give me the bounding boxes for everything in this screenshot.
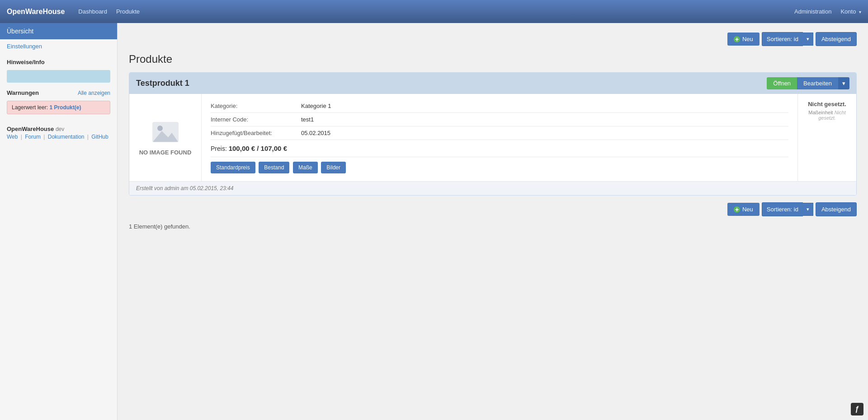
symfony-icon: ƒ xyxy=(851,403,863,415)
no-image-text: NO IMAGE FOUND xyxy=(139,149,192,157)
nav-produkte[interactable]: Produkte xyxy=(116,8,140,15)
masseinheit-label: Maßeinheit Nicht gesetzt. xyxy=(805,110,849,121)
kategorie-label: Kategorie: xyxy=(211,103,301,109)
sort-dropdown-button-bottom[interactable]: ▾ xyxy=(803,203,813,216)
toolbar-bottom: + Neu Sortieren: id ▾ Absteigend xyxy=(129,202,857,216)
hinzugefuegt-label: Hinzugefügt/Bearbeitet: xyxy=(211,130,301,136)
warning-lagerwert: Lagerwert leer: 1 Produkt(e) xyxy=(7,101,110,114)
kategorie-value: Kategorie 1 xyxy=(301,103,331,109)
open-button[interactable]: Öffnen xyxy=(767,77,797,89)
main-nav-links: Dashboard Produkte xyxy=(78,8,140,15)
product-title: Testprodukt 1 xyxy=(136,79,189,88)
app-brand: OpenWareHouse xyxy=(7,8,65,16)
sidebar-warnings-title: Warnungen xyxy=(7,89,39,96)
page-title: Produkte xyxy=(129,53,857,65)
sort-order-button-bottom[interactable]: Absteigend xyxy=(816,202,857,216)
sidebar-show-all-link[interactable]: Alle anzeigen xyxy=(78,90,110,96)
product-details: Kategorie: Kategorie 1 Interner Code: te… xyxy=(202,94,797,181)
sidebar-app-name: OpenWareHouse dev xyxy=(7,126,110,132)
main-content: + Neu Sortieren: id ▾ Absteigend Produkt… xyxy=(118,23,868,420)
sidebar-item-einstellungen[interactable]: Einstellungen xyxy=(0,39,117,53)
new-button[interactable]: + Neu xyxy=(727,33,760,46)
nav-dashboard[interactable]: Dashboard xyxy=(78,8,107,15)
hinzugefuegt-value: 05.02.2015 xyxy=(301,130,330,136)
price-value: 100,00 € / 107,00 € xyxy=(229,145,287,152)
plus-icon: + xyxy=(734,36,740,42)
top-navigation: OpenWareHouse Dashboard Produkte Adminis… xyxy=(0,0,868,23)
no-image-icon xyxy=(150,118,181,145)
nav-administration[interactable]: Administration xyxy=(794,8,831,15)
sort-label-bottom: Sortieren: id xyxy=(762,202,803,216)
sidebar-footer: OpenWareHouse dev Web | Forum | Dokument… xyxy=(0,117,117,140)
footer-link-forum[interactable]: Forum xyxy=(25,134,41,140)
tab-standardpreis[interactable]: Standardpreis xyxy=(211,162,255,173)
price-row: Preis: 100,00 € / 107,00 € xyxy=(211,140,788,157)
sort-label: Sortieren: id xyxy=(762,32,803,46)
sidebar-hints-title: Hinweise/Info xyxy=(0,53,117,68)
new-button-bottom[interactable]: + Neu xyxy=(727,203,760,216)
sidebar-warnings-header: Warnungen Alle anzeigen xyxy=(0,85,117,98)
tab-masse[interactable]: Maße xyxy=(293,162,318,173)
sort-control-bottom: Sortieren: id ▾ xyxy=(762,202,813,216)
product-actions: Öffnen Bearbeiten ▾ xyxy=(767,77,849,89)
product-card-footer: Erstellt von admin am 05.02.2015, 23:44 xyxy=(129,181,856,195)
detail-row-code: Interner Code: test1 xyxy=(211,113,788,126)
svg-point-1 xyxy=(157,126,163,131)
warning-product-link[interactable]: 1 Produkt(e) xyxy=(49,104,81,111)
sidebar-item-ubersicht[interactable]: Übersicht xyxy=(0,23,117,39)
product-card: Testprodukt 1 Öffnen Bearbeiten ▾ xyxy=(129,72,857,196)
sort-dropdown-button[interactable]: ▾ xyxy=(803,33,813,46)
toolbar-top: + Neu Sortieren: id ▾ Absteigend xyxy=(129,32,857,46)
product-card-body: NO IMAGE FOUND Kategorie: Kategorie 1 In… xyxy=(129,94,856,181)
plus-icon-bottom: + xyxy=(734,206,740,213)
product-right-panel: Nicht gesetzt. Maßeinheit Nicht gesetzt. xyxy=(797,94,856,181)
interner-code-value: test1 xyxy=(301,116,314,123)
footer-link-github[interactable]: GitHub xyxy=(91,134,108,140)
sidebar-hint-box xyxy=(7,70,110,83)
warning-text-prefix: Lagerwert leer: xyxy=(12,104,49,111)
nicht-gesetzt-text: Nicht gesetzt. xyxy=(808,101,846,107)
sidebar-footer-links: Web | Forum | Dokumentation | GitHub xyxy=(7,134,110,140)
sort-control: Sortieren: id ▾ xyxy=(762,32,813,46)
footer-link-dokumentation[interactable]: Dokumentation xyxy=(48,134,85,140)
edit-button[interactable]: Bearbeiten xyxy=(797,77,838,89)
results-count: 1 Element(e) gefunden. xyxy=(129,223,857,230)
footer-link-web[interactable]: Web xyxy=(7,134,18,140)
product-image-area: NO IMAGE FOUND xyxy=(129,94,202,181)
interner-code-label: Interner Code: xyxy=(211,116,301,123)
detail-row-date: Hinzugefügt/Bearbeitet: 05.02.2015 xyxy=(211,126,788,140)
edit-dropdown-button[interactable]: ▾ xyxy=(838,77,849,89)
detail-row-kategorie: Kategorie: Kategorie 1 xyxy=(211,99,788,113)
konto-caret: ▾ xyxy=(859,9,861,14)
nav-konto[interactable]: Konto ▾ xyxy=(840,8,861,15)
nav-right-links: Administration Konto ▾ xyxy=(794,8,861,15)
tab-bilder[interactable]: Bilder xyxy=(321,162,346,173)
product-tabs: Standardpreis Bestand Maße Bilder xyxy=(211,157,788,176)
sort-order-button[interactable]: Absteigend xyxy=(816,32,857,46)
tab-bestand[interactable]: Bestand xyxy=(259,162,289,173)
product-card-header: Testprodukt 1 Öffnen Bearbeiten ▾ xyxy=(129,73,856,94)
sidebar: Übersicht Einstellungen Hinweise/Info Wa… xyxy=(0,23,118,420)
